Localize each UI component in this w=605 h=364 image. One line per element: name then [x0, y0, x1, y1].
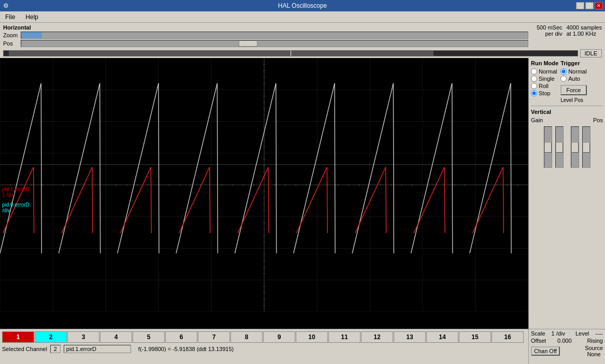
trigger-normal-label: Normal: [568, 68, 586, 75]
ch2-pos-slider[interactable]: [582, 126, 590, 168]
level-value: ----: [595, 330, 603, 337]
ch-tab-16[interactable]: 16: [492, 331, 524, 343]
run-mode-normal[interactable]: Normal: [531, 68, 558, 75]
trigger-col: Trigger Normal Auto Force Level Pos: [560, 60, 586, 103]
divider1: [531, 106, 603, 106]
ch-tab-8[interactable]: 8: [231, 331, 263, 343]
per-div-label: per div: [537, 31, 563, 37]
ch-tab-4[interactable]: 4: [100, 331, 132, 343]
timeline-row: IDLE: [0, 49, 605, 58]
maximize-button[interactable]: □: [585, 2, 594, 9]
gain-label: Gain: [531, 117, 543, 123]
vertical-labels: Gain Pos: [531, 117, 603, 123]
run-roll-radio[interactable]: [531, 83, 537, 89]
trigger-normal[interactable]: Normal: [560, 68, 586, 75]
offset-label: Offset: [531, 338, 546, 344]
formula-display: f(-1.99800) = -5.91838 (ddt 13.13915): [138, 346, 234, 352]
bottom-area: 1 2 3 4 5 6 7 8 9 10 11 12 13 14 15 16 S…: [0, 329, 605, 364]
trigger-auto-radio[interactable]: [560, 76, 567, 82]
trigger-auto-label: Auto: [568, 76, 580, 82]
ch-tab-5[interactable]: 5: [133, 331, 165, 343]
run-trigger-section: Run Mode Normal Single Roll: [531, 60, 603, 103]
ch-tab-12[interactable]: 12: [361, 331, 393, 343]
vertical-sliders: [531, 124, 603, 170]
trigger-normal-radio[interactable]: [560, 68, 567, 75]
ch-tab-2[interactable]: 2: [35, 331, 67, 343]
time-per-div: 500 mSec: [537, 24, 563, 31]
run-single-radio[interactable]: [531, 76, 537, 82]
app-title: HAL Oscilloscope: [278, 2, 327, 9]
menubar: File Help: [0, 11, 605, 23]
ch-tab-7[interactable]: 7: [198, 331, 230, 343]
timing-info: 500 mSec per div 4000 samples at 1.00 KH…: [537, 24, 602, 37]
scale-label: Scale: [531, 330, 545, 337]
run-normal-label: Normal: [539, 68, 557, 75]
ch1-gain-slider[interactable]: [544, 126, 552, 168]
ch2-unit: /div: [2, 208, 10, 213]
trigger-auto[interactable]: Auto: [560, 76, 586, 82]
trigger-title: Trigger: [560, 60, 586, 66]
close-button[interactable]: ✕: [595, 2, 603, 9]
scope-canvas[interactable]: pid.1.errorD 1 /div pid.0.errorD. /div: [0, 58, 528, 329]
bottom-info-row: Selected Channel 2 pid.1.errorD f(-1.998…: [0, 343, 528, 355]
zoom-slider[interactable]: [21, 32, 528, 39]
window-controls: _ □ ✕: [576, 2, 603, 9]
ch1-unit: 1 /div: [2, 192, 15, 198]
source-group: Source None: [585, 345, 603, 357]
selected-channel-label: Selected Channel: [2, 346, 47, 352]
channel-tabs-area: 1 2 3 4 5 6 7 8 9 10 11 12 13 14 15 16 S…: [0, 329, 528, 364]
run-single-label: Single: [539, 76, 555, 82]
ch1-name: pid.1.errorD: [2, 186, 30, 192]
pos-slider[interactable]: [21, 40, 528, 47]
ch2-name: pid.0.errorD.: [2, 202, 31, 208]
menu-help[interactable]: Help: [22, 12, 41, 22]
scope-area: pid.1.errorD 1 /div pid.0.errorD. /div R…: [0, 58, 605, 329]
ch-tab-14[interactable]: 14: [426, 331, 458, 343]
run-stop-label: Stop: [539, 90, 551, 96]
run-mode-stop[interactable]: Stop: [531, 90, 558, 96]
ch-tab-9[interactable]: 9: [263, 331, 295, 343]
ch-tab-3[interactable]: 3: [67, 331, 99, 343]
rising-label: Rising: [587, 338, 603, 344]
run-mode-single[interactable]: Single: [531, 76, 558, 82]
channel2-label: pid.0.errorD. /div: [2, 202, 31, 213]
offset-rising-row: Offset 0.000 Rising: [531, 338, 603, 344]
vertical-section: Vertical Gain Pos: [531, 109, 603, 123]
ch-tab-10[interactable]: 10: [296, 331, 328, 343]
main-container: Horizontal Zoom Pos 500 mSec pe: [0, 23, 605, 364]
run-mode-roll[interactable]: Roll: [531, 83, 558, 89]
level-label: Level: [575, 330, 589, 337]
ch-tab-6[interactable]: 6: [165, 331, 197, 343]
channel-tabs-row: 1 2 3 4 5 6 7 8 9 10 11 12 13 14 15 16: [0, 329, 528, 343]
horizontal-label: Horizontal: [3, 24, 528, 31]
ch-tab-15[interactable]: 15: [459, 331, 491, 343]
ch-tab-11[interactable]: 11: [328, 331, 361, 343]
minimize-button[interactable]: _: [576, 2, 584, 9]
run-mode-title: Run Mode: [531, 60, 558, 66]
controls-panel: Horizontal Zoom Pos 500 mSec pe: [0, 23, 605, 49]
pos-vert-label: Pos: [593, 117, 603, 123]
menu-file[interactable]: File: [2, 12, 18, 22]
ch1-pos-slider[interactable]: [555, 126, 564, 168]
run-stop-radio[interactable]: [531, 90, 537, 96]
channel-number: 2: [50, 345, 61, 353]
title-icon: ⚙: [3, 2, 9, 9]
timeline-bar[interactable]: [3, 50, 578, 56]
run-normal-radio[interactable]: [531, 68, 537, 75]
force-button[interactable]: Force: [560, 85, 586, 95]
at-freq: at 1.00 KHz: [567, 31, 602, 37]
chan-off-button[interactable]: Chan Off: [531, 346, 560, 356]
vertical-title: Vertical: [531, 109, 603, 115]
samples-count: 4000 samples: [567, 24, 602, 31]
right-bottom-panel: Scale 1 /div Level ---- Offset 0.000 Ris…: [528, 329, 605, 364]
ch-tab-1[interactable]: 1: [2, 331, 34, 343]
channel-name-display[interactable]: pid.1.errorD: [64, 345, 131, 353]
channel1-label: pid.1.errorD 1 /div: [2, 186, 30, 198]
ch2-gain-slider[interactable]: [571, 126, 579, 168]
zoom-label: Zoom: [3, 32, 19, 38]
scale-row: Scale 1 /div Level ----: [531, 330, 603, 337]
ch-tab-13[interactable]: 13: [394, 331, 426, 343]
source-value: None: [587, 351, 600, 357]
offset-value: 0.000: [557, 338, 572, 344]
scale-value: 1 /div: [552, 330, 565, 337]
